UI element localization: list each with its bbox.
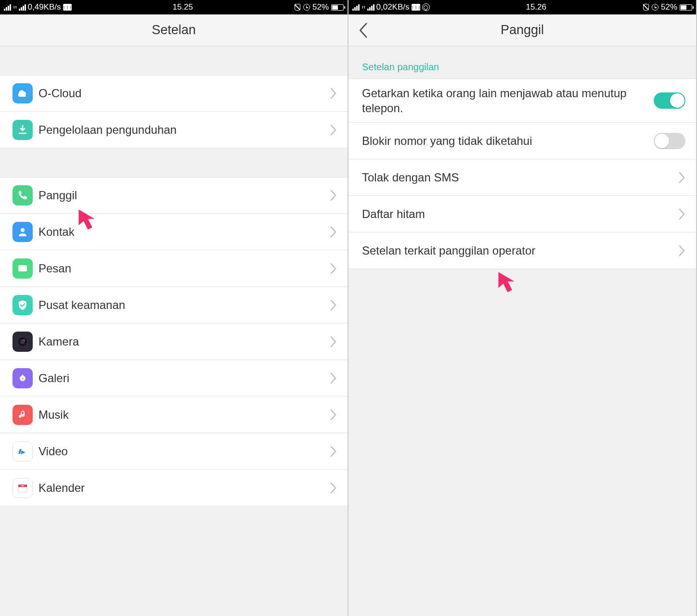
- settings-item-messages[interactable]: Pesan: [0, 250, 348, 287]
- chevron-right-icon: [330, 88, 337, 99]
- page-title: Panggil: [501, 23, 544, 38]
- video-icon: [13, 441, 33, 462]
- signal-icon-2: [367, 4, 374, 11]
- header-left: Setelan: [0, 14, 348, 46]
- phone-icon: [13, 185, 33, 205]
- battery-icon: [680, 4, 692, 11]
- item-label: Pesan: [39, 261, 325, 276]
- alarm-icon: [652, 4, 658, 11]
- message-icon: [13, 258, 33, 279]
- status-bar-left: H 0,49KB/s ⋮⋮⋮ 15.25 52%: [0, 0, 348, 14]
- back-button[interactable]: [358, 22, 368, 38]
- network-type-icon: H: [362, 5, 365, 10]
- screen-call-settings: H 0,02KB/s ⋮⋮⋮ 15.26 52% Panggil Setelan…: [348, 0, 697, 616]
- call-setting-block-unknown[interactable]: Blokir nomor yang tidak diketahui: [348, 123, 696, 159]
- chevron-right-icon: [330, 336, 337, 347]
- chevron-right-icon: [330, 190, 337, 201]
- chevron-right-icon: [330, 446, 337, 457]
- settings-item-gallery[interactable]: Galeri: [0, 360, 348, 397]
- toggle-block-unknown[interactable]: [654, 133, 685, 149]
- item-label: Tolak dengan SMS: [362, 170, 674, 185]
- item-label: Kamera: [39, 334, 325, 349]
- item-label: Panggil: [39, 188, 325, 203]
- silent-icon: [643, 4, 649, 11]
- settings-item-call[interactable]: Panggil: [0, 177, 348, 214]
- data-speed: 0,02KB/s: [376, 2, 410, 12]
- chevron-right-icon: [679, 172, 685, 183]
- chevron-right-icon: [679, 208, 685, 220]
- settings-content: O-Cloud Pengelolaan pengunduhan Panggil …: [0, 46, 348, 616]
- call-setting-blacklist[interactable]: Daftar hitam: [348, 196, 696, 232]
- chevron-right-icon: [330, 482, 337, 494]
- chevron-right-icon: [330, 124, 337, 136]
- signal-icon-2: [19, 4, 26, 11]
- bbm-icon: ⋮⋮⋮: [412, 4, 420, 11]
- data-speed: 0,49KB/s: [28, 2, 61, 12]
- gallery-icon: [13, 368, 33, 388]
- header-right: Panggil: [348, 14, 696, 46]
- whatsapp-icon: [422, 3, 430, 11]
- item-label: Getarkan ketika orang lain menjawab atau…: [362, 86, 649, 116]
- alarm-icon: [303, 4, 310, 11]
- item-label: Pengelolaan pengunduhan: [39, 122, 325, 137]
- item-label: Kalender: [39, 480, 325, 495]
- battery-icon: [331, 4, 344, 11]
- call-setting-reject-sms[interactable]: Tolak dengan SMS: [348, 159, 696, 196]
- item-label: Setelan terkait panggilan operator: [362, 243, 674, 258]
- call-settings-content: Setelan panggilan Getarkan ketika orang …: [348, 46, 696, 616]
- screen-settings: H 0,49KB/s ⋮⋮⋮ 15.25 52% Setelan O-Cloud…: [0, 0, 348, 616]
- chevron-right-icon: [330, 226, 337, 238]
- calendar-icon: [13, 478, 33, 498]
- settings-item-ocloud[interactable]: O-Cloud: [0, 75, 348, 112]
- battery-percent: 52%: [312, 2, 329, 12]
- contact-icon: [13, 222, 33, 242]
- call-setting-operator[interactable]: Setelan terkait panggilan operator: [348, 232, 696, 269]
- download-icon: [13, 120, 33, 140]
- chevron-right-icon: [330, 263, 337, 274]
- item-label: Blokir nomor yang tidak diketahui: [362, 133, 649, 148]
- item-label: Musik: [39, 407, 325, 422]
- item-label: Daftar hitam: [362, 206, 674, 221]
- signal-icon: [4, 4, 11, 11]
- settings-item-contact[interactable]: Kontak: [0, 214, 348, 250]
- status-time: 15.25: [72, 2, 294, 12]
- network-type-icon: H: [13, 5, 17, 10]
- toggle-vibrate-on-answer[interactable]: [654, 92, 685, 109]
- chevron-right-icon: [330, 409, 337, 421]
- shield-icon: [13, 295, 33, 315]
- item-label: Pusat keamanan: [39, 297, 325, 312]
- silent-icon: [294, 4, 301, 11]
- status-time: 15.26: [430, 2, 643, 12]
- chevron-right-icon: [330, 299, 337, 311]
- settings-item-security[interactable]: Pusat keamanan: [0, 287, 348, 323]
- section-header: Setelan panggilan: [348, 46, 696, 78]
- item-label: Galeri: [39, 371, 325, 385]
- settings-item-calendar[interactable]: Kalender: [0, 470, 348, 506]
- item-label: O-Cloud: [39, 86, 325, 101]
- settings-item-camera[interactable]: Kamera: [0, 323, 348, 360]
- signal-icon: [352, 4, 360, 11]
- page-title: Setelan: [152, 23, 196, 38]
- bbm-icon: ⋮⋮⋮: [63, 4, 72, 11]
- settings-item-download-management[interactable]: Pengelolaan pengunduhan: [0, 112, 348, 148]
- status-bar-right: H 0,02KB/s ⋮⋮⋮ 15.26 52%: [348, 0, 696, 14]
- chevron-right-icon: [330, 372, 337, 384]
- chevron-right-icon: [679, 245, 685, 257]
- settings-item-video[interactable]: Video: [0, 433, 348, 470]
- item-label: Video: [39, 444, 325, 459]
- music-icon: [13, 405, 33, 425]
- item-label: Kontak: [39, 224, 325, 239]
- camera-icon: [13, 332, 33, 352]
- call-setting-vibrate-on-answer[interactable]: Getarkan ketika orang lain menjawab atau…: [348, 78, 696, 123]
- cloud-icon: [13, 83, 33, 103]
- settings-item-music[interactable]: Musik: [0, 397, 348, 433]
- battery-percent: 52%: [661, 2, 677, 12]
